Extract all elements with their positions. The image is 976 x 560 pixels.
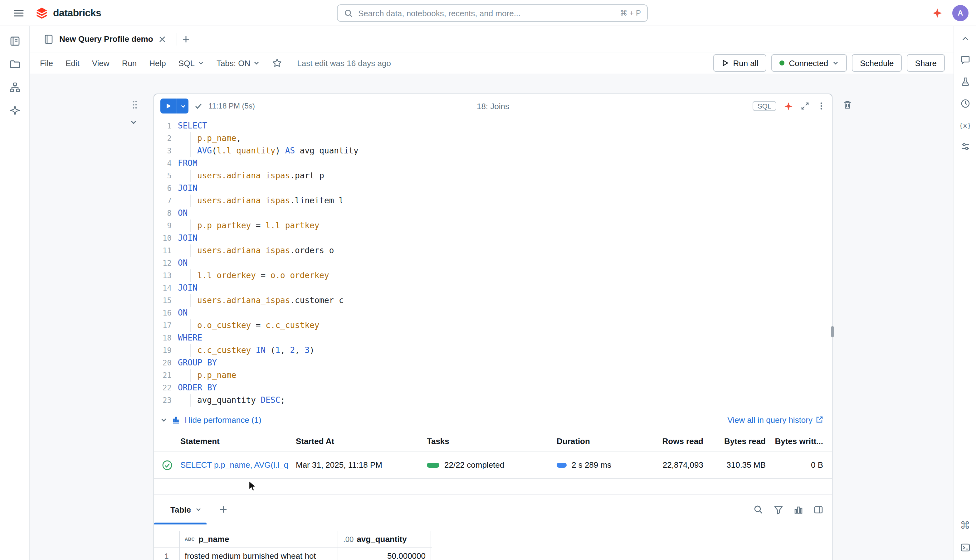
code-line[interactable]: 21p.p_name bbox=[154, 369, 832, 382]
code-line[interactable]: 17o.o_custkey = c.c_custkey bbox=[154, 319, 832, 332]
search-placeholder: Search data, notebooks, recents, and mor… bbox=[358, 8, 615, 18]
line-number: 4 bbox=[154, 157, 178, 170]
code-line[interactable]: 22ORDER BY bbox=[154, 382, 832, 394]
statement-row[interactable]: SELECT p.p_name, AVG(l.l_q Mar 31, 2025,… bbox=[154, 452, 832, 479]
line-number: 9 bbox=[154, 220, 178, 232]
code-line[interactable]: 5users.adriana_ispas.part p bbox=[154, 170, 832, 182]
folder-icon[interactable] bbox=[9, 58, 20, 70]
started-at-value: Mar 31, 2025, 11:18 PM bbox=[296, 460, 427, 470]
assistant-sparkle-icon[interactable] bbox=[932, 7, 943, 19]
panel-layout-icon[interactable] bbox=[814, 505, 823, 514]
search-results-icon[interactable] bbox=[753, 505, 763, 515]
global-search-input[interactable]: Search data, notebooks, recents, and mor… bbox=[337, 4, 648, 22]
line-number: 14 bbox=[154, 282, 178, 294]
line-number: 19 bbox=[154, 344, 178, 357]
code-line[interactable]: 11users.adriana_ispas.orders o bbox=[154, 245, 832, 257]
code-line[interactable]: 16ON bbox=[154, 307, 832, 319]
tab-title: New Query Profile demo bbox=[59, 34, 153, 43]
cell-assistant-sparkle-icon[interactable] bbox=[784, 101, 793, 111]
schedule-button[interactable]: Schedule bbox=[852, 54, 902, 72]
code-text: JOIN bbox=[178, 182, 832, 195]
code-line[interactable]: 10JOIN bbox=[154, 232, 832, 245]
tabs-toggle[interactable]: Tabs: ON bbox=[217, 58, 260, 68]
comments-icon[interactable] bbox=[960, 55, 970, 65]
code-line[interactable]: 4FROM bbox=[154, 157, 832, 170]
settings-sliders-icon[interactable] bbox=[960, 142, 970, 152]
collapse-performance-chevron-icon[interactable] bbox=[160, 416, 167, 423]
language-selector[interactable]: SQL bbox=[179, 58, 204, 68]
code-line[interactable]: 12ON bbox=[154, 257, 832, 269]
cell-collapse-chevron-icon[interactable] bbox=[130, 118, 137, 126]
trash-icon bbox=[842, 100, 852, 110]
code-line[interactable]: 2p.p_name, bbox=[154, 132, 832, 145]
query-history-link[interactable]: View all in query history bbox=[727, 415, 823, 424]
experiments-flask-icon[interactable] bbox=[960, 77, 970, 87]
delete-cell-button[interactable] bbox=[842, 100, 852, 110]
code-text: users.adriana_ispas.part p bbox=[178, 170, 832, 182]
share-button[interactable]: Share bbox=[907, 54, 945, 72]
code-line[interactable]: 13l.l_orderkey = o.o_orderkey bbox=[154, 269, 832, 282]
menu-file[interactable]: File bbox=[40, 58, 53, 68]
code-line[interactable]: 19c.c_custkey IN (1, 2, 3) bbox=[154, 344, 832, 357]
code-line[interactable]: 3AVG(l.l_quantity) AS avg_quantity bbox=[154, 145, 832, 157]
favorite-star-icon[interactable] bbox=[272, 58, 282, 68]
close-tab-icon[interactable] bbox=[159, 35, 166, 43]
code-line[interactable]: 18WHERE bbox=[154, 332, 832, 344]
string-type-icon: ABC bbox=[185, 537, 195, 541]
columns-chart-icon[interactable] bbox=[794, 505, 803, 514]
play-icon bbox=[721, 59, 729, 67]
results-tab-table[interactable]: Table bbox=[154, 495, 210, 525]
code-line[interactable]: 9p.p_partkey = l.l_partkey bbox=[154, 220, 832, 232]
statement-link[interactable]: SELECT p.p_name, AVG(l.l_q bbox=[180, 460, 296, 470]
chevron-up-icon[interactable] bbox=[961, 34, 969, 43]
code-line[interactable]: 7users.adriana_ispas.lineitem l bbox=[154, 195, 832, 207]
notebook-panel-icon[interactable] bbox=[9, 35, 20, 47]
cell-title[interactable]: 18: Joins bbox=[477, 101, 509, 111]
code-text: p.p_name bbox=[178, 369, 832, 382]
code-line[interactable]: 15users.adriana_ispas.customer c bbox=[154, 294, 832, 307]
connection-status-button[interactable]: Connected bbox=[771, 54, 847, 72]
last-edit-link[interactable]: Last edit was 16 days ago bbox=[297, 58, 391, 68]
topbar-right-cluster: A bbox=[932, 0, 969, 26]
menu-run[interactable]: Run bbox=[122, 58, 137, 68]
table-row[interactable]: 1 frosted medium burnished wheat hot 50.… bbox=[154, 548, 432, 560]
notebook-tab[interactable]: New Query Profile demo bbox=[37, 26, 172, 52]
column-header-avg-quantity[interactable]: .00 avg_quantity bbox=[338, 531, 431, 547]
add-visualization-button[interactable] bbox=[219, 505, 228, 514]
menu-view[interactable]: View bbox=[92, 58, 110, 68]
run-all-button[interactable]: Run all bbox=[713, 54, 766, 72]
code-line[interactable]: 23avg_quantity DESC; bbox=[154, 394, 832, 407]
keyboard-shortcuts-icon[interactable]: ⌘ bbox=[960, 521, 970, 531]
sparkle-icon[interactable] bbox=[9, 105, 20, 116]
code-line[interactable]: 20GROUP BY bbox=[154, 357, 832, 369]
avatar[interactable]: A bbox=[952, 5, 969, 21]
databricks-logo[interactable]: databricks bbox=[35, 6, 101, 20]
new-tab-button[interactable] bbox=[182, 35, 191, 43]
cell-kebab-menu-icon[interactable] bbox=[817, 102, 826, 110]
line-number: 10 bbox=[154, 232, 178, 245]
code-editor[interactable]: 1SELECT2p.p_name,3AVG(l.l_quantity) AS a… bbox=[154, 118, 832, 409]
code-text: FROM bbox=[178, 157, 832, 170]
run-cell-button[interactable] bbox=[160, 98, 177, 113]
filter-icon[interactable] bbox=[774, 505, 783, 514]
terminal-icon[interactable] bbox=[960, 543, 970, 553]
hamburger-menu-icon[interactable] bbox=[13, 7, 24, 18]
hide-performance-link[interactable]: Hide performance (1) bbox=[185, 415, 261, 424]
code-line[interactable]: 8ON bbox=[154, 207, 832, 220]
expand-cell-icon[interactable] bbox=[801, 102, 809, 110]
code-line[interactable]: 14JOIN bbox=[154, 282, 832, 294]
scrollbar-thumb[interactable] bbox=[831, 326, 834, 337]
code-line[interactable]: 1SELECT bbox=[154, 120, 832, 132]
menu-edit[interactable]: Edit bbox=[65, 58, 80, 68]
column-header-p-name[interactable]: ABC p_name bbox=[180, 531, 338, 547]
code-line[interactable]: 6JOIN bbox=[154, 182, 832, 195]
run-options-chevron-icon[interactable] bbox=[177, 98, 189, 113]
column-header-duration: Duration bbox=[557, 437, 632, 446]
variables-icon[interactable]: {x} bbox=[959, 120, 971, 130]
workflow-icon[interactable] bbox=[9, 82, 20, 93]
language-badge[interactable]: SQL bbox=[753, 101, 776, 111]
share-label: Share bbox=[915, 58, 937, 68]
history-icon[interactable] bbox=[960, 98, 970, 108]
menu-help[interactable]: Help bbox=[149, 58, 166, 68]
cell-drag-handle[interactable] bbox=[131, 100, 139, 110]
